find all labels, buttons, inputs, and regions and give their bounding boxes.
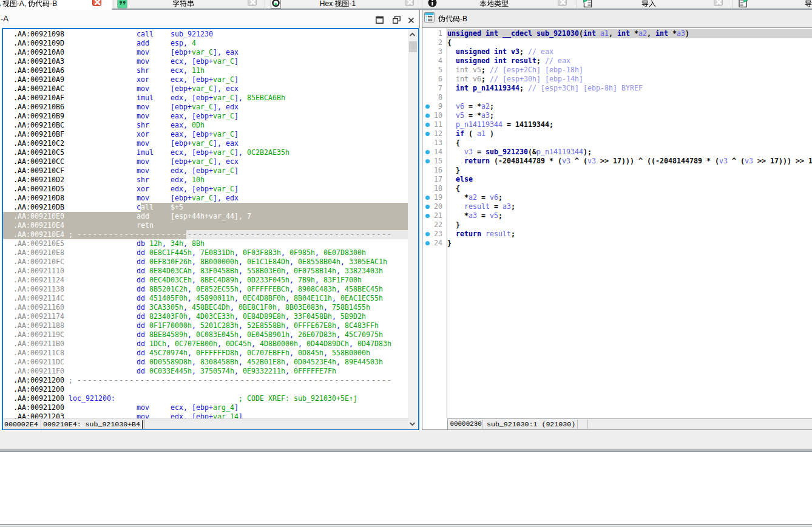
- pseudocode-line[interactable]: result = a3;: [447, 202, 812, 211]
- disasm-line[interactable]: .AA:009210AF imul edx, [ebp+var_C], 85EB…: [3, 94, 408, 103]
- pseudocode-view[interactable]: unsigned int __cdecl sub_921030(int a1, …: [447, 29, 812, 248]
- pseudocode-line[interactable]: *a3 = v5;: [447, 211, 812, 220]
- disasm-line[interactable]: .AA:00921200 ; -------------------------…: [3, 376, 408, 385]
- token: var_C: [192, 48, 213, 56]
- pseudocode-line[interactable]: v5 = *a3;: [447, 111, 812, 120]
- token: ,: [192, 248, 200, 257]
- disasm-line[interactable]: .AA:009210D8 mov [ebp+var_C], edx: [3, 194, 408, 203]
- disasm-line[interactable]: .AA:009210D2 shr edx, 10h: [3, 176, 408, 185]
- tab-close-button[interactable]: [714, 0, 723, 6]
- tab-close-button[interactable]: [248, 0, 257, 6]
- disasm-line[interactable]: .AA:009210E0 add [esp+44h+var_44], 7: [3, 212, 408, 221]
- token: // eax: [524, 47, 553, 56]
- scroll-down-arrow[interactable]: [408, 419, 417, 428]
- disasm-line[interactable]: .AA:009211C8 dd 45C70974h, 0FFFFFFD8h, 0…: [3, 349, 408, 358]
- disasm-line[interactable]: .AA:009211B0 dd 1DCh, 0C707EB00h, 0DC45h…: [3, 339, 408, 349]
- pseudocode-line[interactable]: }: [447, 220, 812, 230]
- token: 0FFFE67E8h: [294, 321, 336, 330]
- disasm-line[interactable]: .AA:00921200 mov ecx, [ebp+arg_4]: [3, 403, 408, 412]
- disasm-line[interactable]: .AA:009211DC dd 0D05589D8h, 8308458Bh, 4…: [3, 358, 408, 367]
- pseudocode-line[interactable]: {: [447, 38, 812, 47]
- disasm-line[interactable]: .AA:009210CF mov edx, [ebp+var_C]: [3, 166, 408, 176]
- pseudocode-line[interactable]: }: [447, 166, 812, 175]
- pseudocode-line[interactable]: int p_n14119344; // [esp+3Ch] [ebp-8h] B…: [447, 84, 812, 93]
- disasm-line[interactable]: .AA:00921124 dd 0EC4D03CEh, 8BEC4D89h, 0…: [3, 276, 408, 285]
- status-separator: [144, 420, 145, 429]
- pseudocode-line[interactable]: }: [447, 239, 812, 248]
- disasm-line[interactable]: .AA:009210E4 retn: [3, 221, 408, 230]
- disasm-line[interactable]: .AA:0092119C dd 8BE84589h, 0C083E045h, 0…: [3, 330, 408, 339]
- left-pane-titlebar[interactable]: -A: [0, 10, 419, 28]
- disasm-line[interactable]: .AA:009211F0 dd 0C033E445h, 3750574h, 0E…: [3, 367, 408, 376]
- tab-strings[interactable]: [113, 0, 263, 9]
- disasm-line[interactable]: .AA:009210C2 mov [ebp+var_C], eax: [3, 139, 408, 148]
- disassembly-view[interactable]: .AA:00921098 call sub_921230.AA:0092109D…: [3, 29, 408, 418]
- pseudocode-line[interactable]: int v5; // [esp+2Ch] [ebp-18h]: [447, 66, 812, 75]
- pseudocode-line[interactable]: return result;: [447, 230, 812, 239]
- tab-close-button[interactable]: [558, 0, 567, 6]
- pseudocode-line[interactable]: v6 = *a2;: [447, 102, 812, 111]
- disasm-line[interactable]: .AA:0092109D add esp, 4: [3, 39, 408, 48]
- right-pane-left-edge[interactable]: [422, 10, 423, 430]
- scrollbar-thumb[interactable]: [409, 41, 417, 52]
- tab-imports[interactable]: [577, 0, 731, 9]
- disasm-line[interactable]: .AA:00921188 dd 0F1F70000h, 5201C283h, 5…: [3, 321, 408, 330]
- pseudocode-line[interactable]: p_n14119344 = 14119344;: [447, 120, 812, 129]
- disasm-line[interactable]: .AA:00921138 dd 8B5201C2h, 0E852EC55h, 0…: [3, 285, 408, 294]
- disasm-line[interactable]: .AA:009210BC shr eax, 0Dh: [3, 121, 408, 130]
- disasm-line[interactable]: .AA:009210E8 dd 0E8C1F445h, 7E0831Dh, 0F…: [3, 248, 408, 257]
- disasm-line[interactable]: .AA:009210C5 imul ecx, [ebp+var_C], 0C2B…: [3, 148, 408, 157]
- pseudocode-line[interactable]: unsigned int __cdecl sub_921030(int a1, …: [447, 29, 812, 38]
- disasm-line[interactable]: .AA:009210A0 mov [ebp+var_C], eax: [3, 48, 408, 57]
- maximize-button[interactable]: [376, 15, 384, 23]
- disasm-line[interactable]: .AA:00921200: [3, 385, 408, 394]
- pseudocode-line[interactable]: return (-2048144789 * (v3 ^ (v3 >> 17)))…: [447, 157, 812, 166]
- pseudocode-line[interactable]: else: [447, 175, 812, 184]
- pseudocode-line[interactable]: unsigned int v3; // eax: [447, 47, 812, 56]
- pseudocode-line[interactable]: v3 = sub_921230(&p_n14119344);: [447, 148, 812, 157]
- disasm-line[interactable]: .AA:00921110 dd 0E84D03CAh, 83F0458Bh, 5…: [3, 267, 408, 276]
- active-tab-close-button[interactable]: [92, 0, 101, 6]
- pseudocode-line[interactable]: {: [447, 138, 812, 148]
- tab-hex-view-1[interactable]: Hex -1: [265, 0, 421, 9]
- pseudocode-line[interactable]: if ( a1 ): [447, 129, 812, 138]
- output-window[interactable]: [0, 452, 812, 525]
- tab-local-types[interactable]: [422, 0, 575, 9]
- disasm-line[interactable]: .AA:00921160 dd 3CA3305h, 458BEC4Dh, 0BE…: [3, 303, 408, 312]
- disasm-line[interactable]: .AA:00921200 loc_921200: ; CODE XREF: su…: [3, 394, 408, 403]
- disasm-line[interactable]: .AA:009210BF xor eax, [ebp+var_C]: [3, 130, 408, 139]
- pane-divider[interactable]: [419, 10, 420, 28]
- vertical-scrollbar[interactable]: [408, 29, 418, 429]
- right-pane-titlebar[interactable]: -B: [422, 10, 812, 28]
- scroll-up-arrow[interactable]: [408, 30, 417, 39]
- pseudocode-line[interactable]: unsigned int result; // eax: [447, 56, 812, 66]
- disasm-line[interactable]: .AA:009210A6 shr ecx, 11h: [3, 66, 408, 75]
- tab-ida-view-a-pseudocode-b[interactable]: IDA -A, -B: [0, 0, 112, 10]
- pseudocode-line[interactable]: int v6; // [esp+30h] [ebp-14h]: [447, 75, 812, 84]
- disasm-line[interactable]: .AA:009210A9 xor ecx, [ebp+var_C]: [3, 75, 408, 84]
- pseudocode-line[interactable]: *a2 = v6;: [447, 193, 812, 202]
- tab-close-button[interactable]: [405, 0, 414, 6]
- disasm-line[interactable]: .AA:009210DB call $+5: [3, 203, 408, 212]
- token: v3: [562, 157, 570, 165]
- disasm-line[interactable]: .AA:009210B6 mov [ebp+var_C], edx: [3, 103, 408, 112]
- disasm-line[interactable]: .AA:009210A3 mov ecx, [ebp+var_C]: [3, 57, 408, 66]
- disasm-line[interactable]: .AA:00921098 call sub_921230: [3, 30, 408, 39]
- disasm-line[interactable]: .AA:009210D5 xor edx, [ebp+var_C]: [3, 185, 408, 194]
- token: (: [464, 129, 477, 138]
- disasm-line[interactable]: .AA:009210B9 mov eax, [ebp+var_C]: [3, 112, 408, 121]
- pseudocode-line[interactable]: {: [447, 184, 812, 193]
- tab-exports[interactable]: [732, 0, 812, 9]
- disasm-line[interactable]: .AA:009210E4 ; -------------------------…: [3, 230, 408, 239]
- disasm-line[interactable]: .AA:00921174 dd 823403F0h, 4D03CE33h, 0E…: [3, 312, 408, 321]
- pseudocode-line[interactable]: [447, 93, 812, 102]
- disasm-line[interactable]: .AA:009210AC mov [ebp+var_C], ecx: [3, 84, 408, 94]
- disasm-line[interactable]: .AA:00921203 mov edx, [ebp+var_14]: [3, 412, 408, 418]
- close-pane-button[interactable]: [408, 15, 416, 23]
- disasm-line[interactable]: .AA:009210E5 db 12h, 34h, 8Bh: [3, 239, 408, 248]
- disasm-line[interactable]: .AA:009210FC dd 0EF830F26h, 8B000000h, 0…: [3, 257, 408, 267]
- disasm-line[interactable]: .AA:0092114C dd 451405F0h, 45890011h, 0E…: [3, 294, 408, 303]
- token: ], eax: [213, 139, 239, 148]
- disasm-line[interactable]: .AA:009210CC mov [ebp+var_C], ecx: [3, 157, 408, 166]
- restore-float-button[interactable]: [393, 15, 401, 23]
